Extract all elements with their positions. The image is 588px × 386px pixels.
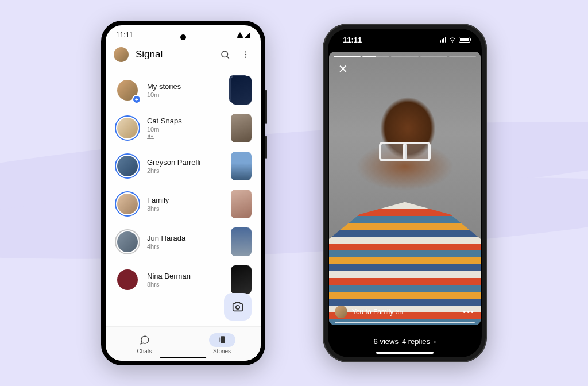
svg-rect-9 — [219, 338, 220, 342]
nav-label: Stories — [213, 348, 231, 354]
svg-point-2 — [245, 51, 246, 52]
story-meta-bar: You to Family3h ••• — [335, 306, 475, 318]
stories-list: + My stories 10m Cat Snaps 10m — [106, 69, 261, 326]
story-row-family[interactable]: Family 3hrs — [106, 185, 261, 223]
story-author-label: You to Family3h — [352, 308, 403, 316]
story-name: Jun Harada — [147, 234, 224, 242]
story-thumbnail[interactable] — [231, 190, 252, 218]
story-thumbnail[interactable] — [231, 114, 252, 142]
story-time: 2hrs — [147, 167, 224, 174]
story-time: 4hrs — [147, 243, 224, 250]
profile-avatar[interactable] — [114, 47, 129, 62]
story-time: 3hrs — [147, 205, 224, 212]
bottom-nav: Chats Stories — [106, 326, 261, 361]
android-home-indicator[interactable] — [160, 357, 206, 358]
nav-label: Chats — [137, 348, 152, 354]
stories-icon — [217, 335, 227, 345]
close-icon[interactable]: ✕ — [336, 62, 350, 76]
story-avatar — [117, 231, 138, 252]
story-time: 10m — [147, 126, 224, 133]
svg-line-1 — [227, 56, 229, 58]
story-viewer[interactable]: ✕ You to Family3h ••• — [329, 52, 481, 325]
nav-stories[interactable]: Stories — [183, 327, 261, 361]
svg-point-4 — [245, 56, 246, 57]
replies-label: 4 replies — [402, 337, 430, 346]
camera-fab[interactable] — [224, 293, 252, 321]
story-thumbnail[interactable] — [231, 227, 252, 256]
story-avatar — [117, 118, 138, 138]
story-name: Cat Snaps — [147, 117, 224, 125]
signal-icon — [245, 32, 250, 38]
story-avatar — [117, 269, 138, 290]
camera-icon — [231, 300, 244, 313]
story-name: My stories — [147, 82, 224, 91]
story-row-cat-snaps[interactable]: Cat Snaps 10m — [106, 109, 261, 147]
battery-icon — [459, 37, 470, 43]
statusbar-time: 11:11 — [116, 31, 133, 39]
more-icon[interactable] — [239, 48, 253, 61]
story-row-greyson[interactable]: Greyson Parrelli 2hrs — [106, 147, 261, 185]
svg-rect-8 — [220, 336, 225, 343]
app-title: Signal — [136, 49, 211, 60]
story-name: Greyson Parrelli — [147, 158, 224, 167]
svg-point-6 — [151, 135, 153, 137]
nav-chats[interactable]: Chats — [106, 327, 183, 361]
story-name: Nina Berman — [147, 272, 224, 280]
chat-icon — [140, 335, 150, 345]
story-thumbnail[interactable] — [231, 76, 252, 105]
story-time: 8hrs — [147, 281, 224, 288]
story-more-icon[interactable]: ••• — [463, 307, 475, 316]
iphone-frame: 11:11 ✕ — [323, 24, 487, 362]
story-progress — [329, 56, 481, 57]
svg-point-5 — [148, 134, 150, 137]
story-row-my-stories[interactable]: + My stories 10m — [106, 71, 261, 109]
wifi-icon — [448, 37, 457, 43]
cellular-icon — [440, 37, 446, 43]
wifi-icon — [237, 32, 243, 38]
views-label: 6 views — [374, 337, 399, 346]
story-name: Family — [147, 196, 224, 204]
ios-home-indicator[interactable] — [376, 352, 434, 354]
story-time: 10m — [147, 91, 224, 98]
story-photo — [329, 52, 481, 325]
story-thumbnail[interactable] — [231, 265, 252, 294]
svg-point-7 — [236, 306, 239, 309]
add-story-badge[interactable]: + — [132, 95, 141, 104]
chevron-right-icon: › — [434, 337, 436, 346]
app-header: Signal — [106, 45, 261, 69]
story-avatar — [117, 194, 138, 214]
story-row-jun[interactable]: Jun Harada 4hrs — [106, 223, 261, 261]
svg-point-3 — [245, 54, 246, 55]
story-thumbnail[interactable] — [231, 152, 252, 180]
android-phone-frame: 11:11 Signal — [101, 21, 265, 365]
story-avatar — [117, 156, 138, 176]
statusbar-time: 11:11 — [343, 36, 362, 44]
svg-point-0 — [222, 51, 228, 57]
group-icon — [147, 134, 224, 140]
search-icon[interactable] — [218, 48, 232, 61]
story-author-avatar[interactable] — [335, 306, 347, 318]
